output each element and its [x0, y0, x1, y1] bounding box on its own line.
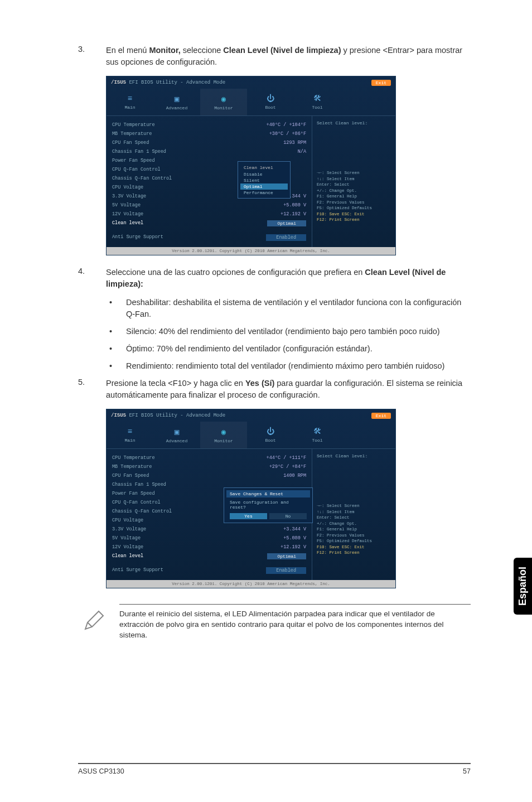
tab-main-label-2: Main: [124, 438, 135, 443]
key-help-1: ↑↓: Select Item: [317, 176, 391, 182]
popup-opt-performance[interactable]: Performance: [240, 190, 288, 196]
row-cpu-temp: CPU Temperature+40°C / +104°F: [112, 120, 306, 129]
val-12v: +12.192 V: [280, 211, 306, 217]
row-5v-2: 5V Voltage+5.080 V: [112, 534, 306, 543]
step-4: 4. Seleccione una de las cuatro opciones…: [78, 267, 471, 290]
tab-boot[interactable]: ⏻Boot: [247, 89, 294, 115]
label-12v: 12V Voltage: [112, 211, 143, 217]
step-4-body: Seleccione una de las cuatro opciones de…: [106, 267, 471, 290]
tab-tool-label-2: Tool: [312, 438, 322, 443]
val: +44°C / +111°F: [267, 455, 306, 461]
k: F2: Previous Values: [317, 533, 391, 539]
bios-screenshot-1: /ISUS EFI BIOS Utility - Advanced Mode E…: [106, 76, 396, 255]
bios-exit-button-2[interactable]: Exit: [371, 413, 391, 419]
k: →←: Select Screen: [317, 503, 391, 509]
k: F10: Save ESC: Exit: [317, 544, 391, 550]
label-cpu-qfan: CPU Q-Fan Control: [112, 167, 161, 172]
bios-title: EFI BIOS Utility - Advanced Mode: [129, 80, 225, 85]
k: ↑↓: Select Item: [317, 509, 391, 515]
tab-monitor-2[interactable]: ◉Monitor: [200, 422, 247, 448]
tab-boot-2[interactable]: ⏻Boot: [247, 422, 294, 448]
dialog-header: Save Changes & Reset: [226, 490, 310, 497]
val: +3.344 V: [283, 526, 306, 532]
label-clean-level: Clean level: [112, 220, 143, 226]
step-3-bold-1: Monitor,: [149, 46, 180, 55]
k: +/-: Change Opt.: [317, 521, 391, 527]
bullet-icon: •: [106, 343, 126, 355]
popup-opt-optimal[interactable]: Optimal: [240, 183, 288, 190]
save-reset-dialog[interactable]: Save Changes & Reset Save configuration …: [224, 487, 313, 523]
val-chassis-fan: N/A: [298, 149, 306, 154]
step-3-body: En el menú Monitor, seleccione Clean Lev…: [106, 45, 471, 68]
bios-screenshot-2: /ISUS EFI BIOS Utility - Advanced Mode E…: [106, 409, 396, 588]
tab-tool-label: Tool: [312, 105, 322, 110]
language-side-tab: Español: [514, 558, 532, 615]
row-clean-level-2[interactable]: Clean levelOptimal: [112, 552, 306, 561]
row-anti-surge: Anti Surge SupportEnabled: [112, 233, 306, 243]
row-clean-level[interactable]: Clean levelOptimal: [112, 219, 306, 228]
row-5v: 5V Voltage+5.080 V: [112, 201, 306, 210]
label: Chassis Fan 1 Speed: [112, 482, 166, 487]
bios-footer-2: Version 2.00.1201. Copyright (C) 2010 Am…: [107, 580, 395, 588]
step-3-number: 3.: [78, 45, 106, 68]
step-5-number: 5.: [78, 378, 106, 401]
val-cpu-temp: +40°C / +104°F: [267, 122, 306, 128]
key-help-2: Enter: Select: [317, 182, 391, 188]
tab-main-label: Main: [124, 105, 135, 110]
popup-opt-disable[interactable]: Disable: [240, 171, 288, 177]
bullet-icon: •: [106, 297, 126, 320]
bios-title-2: EFI BIOS Utility - Advanced Mode: [129, 413, 225, 418]
label-chassis-qfan: Chassis Q-Fan Control: [112, 176, 172, 181]
row-mb-temp: MB Temperature+30°C / +86°F: [112, 129, 306, 138]
label-3v3: 3.3V Voltage: [112, 194, 146, 199]
tab-main-2[interactable]: ≡Main: [107, 422, 153, 448]
list-icon: ≡: [128, 427, 132, 436]
tool-icon: 🛠: [313, 94, 321, 103]
val-5v: +5.080 V: [283, 202, 306, 208]
tab-advanced-2[interactable]: ▣Advanced: [153, 422, 200, 448]
val-anti-surge[interactable]: Enabled: [266, 234, 306, 241]
label: CPU Q-Fan Control: [112, 500, 161, 505]
bios-right-panel: Select Clean level: →←: Select Screen ↑↓…: [312, 116, 395, 247]
label: 3.3V Voltage: [112, 526, 146, 532]
tab-main[interactable]: ≡Main: [107, 89, 153, 115]
dialog-yes-button[interactable]: Yes: [230, 513, 267, 519]
bios-help-text: Select Clean level:: [317, 120, 391, 125]
bios-footer: Version 2.00.1201. Copyright (C) 2010 Am…: [107, 247, 395, 255]
label-anti-surge: Anti Surge Support: [112, 234, 163, 241]
chip-icon: ▣: [175, 427, 179, 437]
row-mb-temp-2: MB Temperature+29°C / +84°F: [112, 462, 306, 471]
tab-advanced-label-2: Advanced: [166, 438, 187, 443]
label: Anti Surge Support: [112, 567, 163, 574]
clean-level-popup[interactable]: Clean level Disable Silent Optimal Perfo…: [238, 161, 291, 199]
dialog-question: Save configuration and reset?: [226, 497, 310, 512]
key-help-7: F10: Save ESC: Exit: [317, 211, 391, 218]
row-cpu-temp-2: CPU Temperature+44°C / +111°F: [112, 453, 306, 462]
sub-item-2: •Óptimo: 70% del rendimiento del ventila…: [106, 343, 471, 355]
sub-item-3: •Rendimiento: rendimiento total del vent…: [106, 360, 471, 372]
bios-exit-button[interactable]: Exit: [371, 80, 391, 86]
tab-advanced[interactable]: ▣Advanced: [153, 89, 200, 115]
label-power-fan: Power Fan Speed: [112, 158, 155, 163]
val[interactable]: Enabled: [266, 567, 306, 574]
label-chassis-fan: Chassis Fan 1 Speed: [112, 149, 166, 154]
tab-tool-2[interactable]: 🛠Tool: [294, 422, 341, 448]
tab-monitor-label-2: Monitor: [214, 438, 233, 443]
note-block: Durante el reinicio del sistema, el LED …: [78, 604, 471, 641]
row-anti-surge-2: Anti Surge SupportEnabled: [112, 566, 306, 576]
popup-header: Clean level: [240, 164, 288, 171]
row-chassis-fan: Chassis Fan 1 SpeedN/A: [112, 147, 306, 156]
popup-opt-silent[interactable]: Silent: [240, 177, 288, 183]
label-mb-temp: MB Temperature: [112, 131, 152, 137]
val-clean-level[interactable]: Optimal: [267, 220, 306, 226]
dialog-no-button[interactable]: No: [269, 513, 307, 519]
val[interactable]: Optimal: [267, 553, 306, 559]
label-cpu-temp: CPU Temperature: [112, 122, 155, 128]
tab-monitor[interactable]: ◉Monitor: [200, 89, 247, 115]
tab-tool[interactable]: 🛠Tool: [294, 89, 341, 115]
label: MB Temperature: [112, 464, 152, 470]
bullet-icon: •: [106, 326, 126, 337]
bios-tabs: ≡Main ▣Advanced ◉Monitor ⏻Boot 🛠Tool: [107, 89, 395, 115]
note-text: Durante el reinicio del sistema, el LED …: [119, 604, 471, 641]
bios-titlebar: /ISUS EFI BIOS Utility - Advanced Mode E…: [107, 76, 395, 89]
